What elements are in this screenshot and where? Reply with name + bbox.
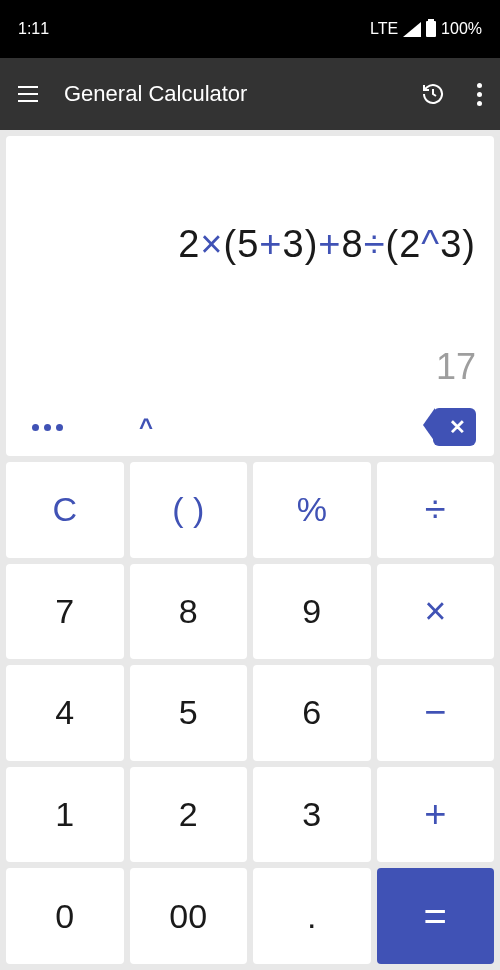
digit-5-button[interactable]: 5 (130, 665, 248, 761)
digit-8-button[interactable]: 8 (130, 564, 248, 660)
expression-text: 2×(5+3)+8÷(2^3) (178, 223, 476, 266)
decimal-button[interactable]: . (253, 868, 371, 964)
digit-0-button[interactable]: 0 (6, 868, 124, 964)
equals-button[interactable]: = (377, 868, 495, 964)
divide-button[interactable]: ÷ (377, 462, 495, 558)
network-label: LTE (370, 20, 398, 38)
app-title: General Calculator (64, 81, 399, 107)
keypad: C ( ) % ÷ 7 8 9 × 4 5 6 − 1 2 3 + 0 00 .… (0, 462, 500, 970)
digit-6-button[interactable]: 6 (253, 665, 371, 761)
status-time: 1:11 (18, 20, 49, 38)
menu-icon[interactable] (14, 78, 42, 110)
status-right: LTE 100% (370, 20, 482, 38)
status-bar: 1:11 LTE 100% (0, 0, 500, 58)
minus-button[interactable]: − (377, 665, 495, 761)
more-functions-button[interactable] (24, 420, 71, 435)
close-icon: ✕ (449, 415, 466, 439)
multiply-button[interactable]: × (377, 564, 495, 660)
digit-00-button[interactable]: 00 (130, 868, 248, 964)
result-text: 17 (24, 346, 476, 388)
plus-button[interactable]: + (377, 767, 495, 863)
more-dots-icon (32, 424, 63, 431)
signal-icon (403, 22, 421, 37)
battery-percent: 100% (441, 20, 482, 38)
history-icon[interactable] (421, 82, 445, 106)
digit-7-button[interactable]: 7 (6, 564, 124, 660)
digit-4-button[interactable]: 4 (6, 665, 124, 761)
digit-9-button[interactable]: 9 (253, 564, 371, 660)
parentheses-button[interactable]: ( ) (130, 462, 248, 558)
digit-3-button[interactable]: 3 (253, 767, 371, 863)
digit-1-button[interactable]: 1 (6, 767, 124, 863)
percent-button[interactable]: % (253, 462, 371, 558)
battery-icon (426, 21, 436, 37)
digit-2-button[interactable]: 2 (130, 767, 248, 863)
app-bar: General Calculator (0, 58, 500, 130)
clear-button[interactable]: C (6, 462, 124, 558)
display-area: 2×(5+3)+8÷(2^3) 17 ^ ✕ (6, 136, 494, 456)
backspace-button[interactable]: ✕ (433, 408, 476, 446)
overflow-menu-icon[interactable] (473, 79, 486, 110)
caret-button[interactable]: ^ (131, 409, 161, 445)
